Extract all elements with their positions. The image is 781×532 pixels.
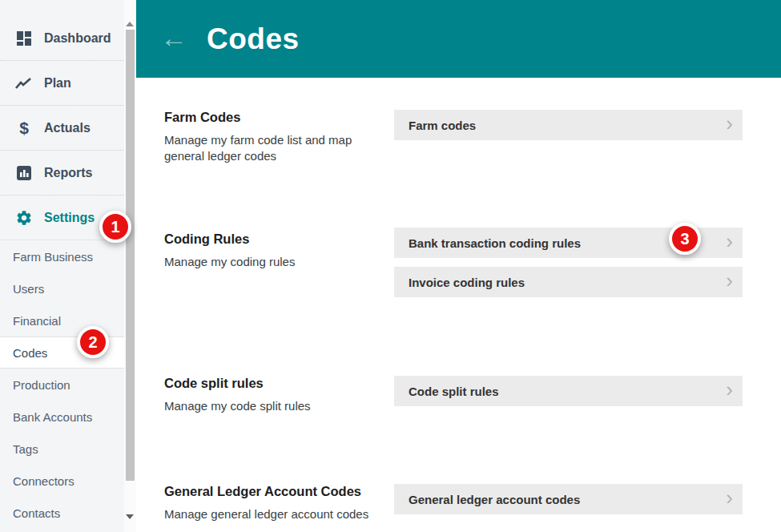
sidebar-item-label: Actuals (44, 121, 91, 135)
line-chart-icon (14, 77, 34, 90)
sidebar-item-bank-accounts[interactable]: Bank Accounts (0, 401, 124, 433)
sidebar-scrollbar[interactable] (124, 0, 136, 532)
scrollbar-down-arrow-icon[interactable] (126, 514, 134, 519)
sidebar-item-tags[interactable]: Tags (0, 433, 124, 465)
step-badge-3: 3 (669, 223, 701, 255)
sidebar-item-farm-business[interactable]: Farm Business (0, 240, 124, 272)
section-heading: General Ledger Account Codes (164, 484, 364, 499)
section-heading: Code split rules (164, 376, 364, 391)
scrollbar-thumb[interactable] (126, 30, 135, 481)
section-heading: Farm Codes (164, 110, 364, 125)
section-coding-rules: Coding Rules Manage my coding rules (164, 232, 364, 270)
sidebar-item-plan[interactable]: Plan (0, 61, 124, 106)
page-title: Codes (207, 22, 300, 56)
section-code-split-rules: Code split rules Manage my code split ru… (164, 376, 364, 414)
chevron-right-icon: › (726, 113, 733, 134)
section-general-ledger-account-codes: General Ledger Account Codes Manage gene… (164, 484, 364, 522)
section-farm-codes: Farm Codes Manage my farm code list and … (164, 110, 364, 164)
button-label: Farm codes (409, 119, 726, 132)
sidebar-item-label: Reports (44, 166, 92, 180)
step-badge-1: 1 (99, 211, 131, 243)
section-description: Manage my farm code list and map general… (164, 132, 364, 164)
general-ledger-account-codes-button[interactable]: General ledger account codes › (394, 484, 743, 514)
section-heading: Coding Rules (164, 232, 364, 247)
page-header: ← Codes (136, 0, 781, 78)
chevron-right-icon: › (726, 487, 733, 508)
bar-chart-icon (14, 165, 34, 181)
gear-icon (14, 209, 34, 227)
invoice-coding-rules-button[interactable]: Invoice coding rules › (394, 267, 743, 297)
section-description: Manage my code split rules (164, 398, 364, 414)
sidebar-item-label: Plan (44, 76, 71, 91)
settings-subnav: Farm Business Users Financial Codes Prod… (0, 240, 124, 529)
sidebar-item-label: Settings (44, 211, 95, 225)
chevron-right-icon: › (726, 379, 733, 400)
step-badge-2: 2 (77, 326, 109, 358)
chevron-right-icon: › (726, 231, 733, 252)
button-label: Code split rules (409, 385, 726, 398)
sidebar-item-actuals[interactable]: $ Actuals (0, 106, 124, 151)
sidebar-item-users[interactable]: Users (0, 272, 124, 304)
sidebar-item-reports[interactable]: Reports (0, 151, 124, 195)
sidebar-item-production[interactable]: Production (0, 369, 124, 401)
sidebar-item-contacts[interactable]: Contacts (0, 497, 124, 529)
section-description: Manage general ledger account codes (164, 506, 364, 522)
back-arrow-icon[interactable]: ← (160, 24, 187, 51)
main-content: Farm Codes Manage my farm code list and … (136, 78, 781, 532)
sidebar: Dashboard Plan $ Actuals Reports (0, 0, 124, 532)
scrollbar-up-arrow-icon[interactable] (126, 22, 134, 26)
code-split-rules-button[interactable]: Code split rules › (394, 376, 743, 406)
sidebar-item-dashboard[interactable]: Dashboard (0, 16, 124, 61)
sidebar-item-connectors[interactable]: Connectors (0, 465, 124, 497)
button-label: General ledger account codes (409, 493, 726, 506)
dashboard-icon (14, 30, 34, 46)
chevron-right-icon: › (726, 270, 733, 291)
button-label: Invoice coding rules (409, 276, 726, 289)
sidebar-item-label: Dashboard (44, 31, 111, 46)
dollar-icon: $ (14, 119, 34, 138)
farm-codes-button[interactable]: Farm codes › (394, 110, 743, 140)
section-description: Manage my coding rules (164, 254, 364, 270)
